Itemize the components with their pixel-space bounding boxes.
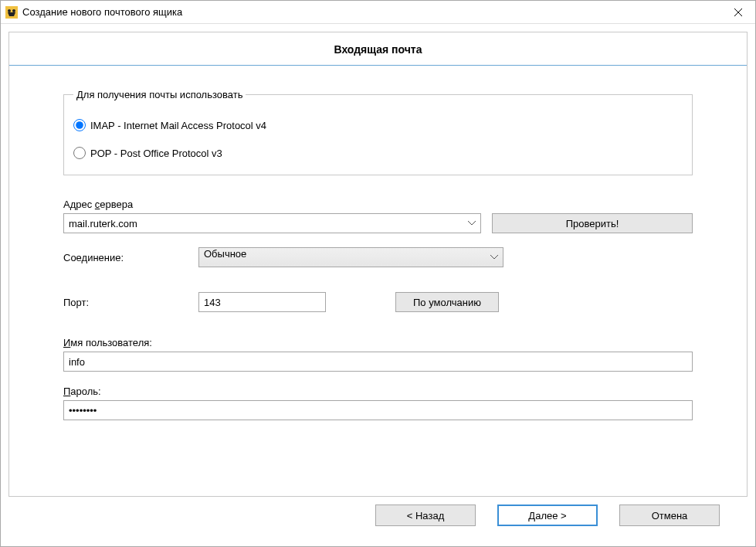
radio-imap-label: IMAP - Internet Mail Access Protocol v4 (90, 120, 266, 131)
server-input[interactable] (63, 213, 481, 233)
radio-imap[interactable]: IMAP - Internet Mail Access Protocol v4 (73, 119, 683, 131)
username-input[interactable] (63, 352, 693, 372)
port-input[interactable] (198, 292, 326, 312)
close-button[interactable] (720, 1, 755, 24)
connection-select[interactable]: Обычное (198, 247, 503, 267)
connection-row: Соединение: Обычное (63, 247, 693, 267)
cancel-button[interactable]: Отмена (619, 505, 720, 526)
content-area: Входящая почта Для получения почты испол… (1, 24, 755, 546)
port-default-button[interactable]: По умолчанию (395, 292, 499, 312)
protocol-group: Для получения почты использовать IMAP - … (63, 89, 693, 175)
radio-pop-input[interactable] (73, 147, 86, 159)
footer-buttons: < Назад Далее > Отмена (8, 497, 748, 539)
app-icon (5, 6, 18, 19)
password-section: Пароль: (63, 386, 693, 420)
next-button[interactable]: Далее > (497, 505, 598, 526)
svg-point-1 (8, 9, 11, 12)
password-label: Пароль: (63, 386, 693, 397)
svg-point-2 (12, 9, 15, 12)
radio-pop[interactable]: POP - Post Office Protocol v3 (73, 147, 683, 159)
main-panel: Входящая почта Для получения почты испол… (8, 32, 748, 497)
title-bar: Создание нового почтового ящика (1, 1, 755, 24)
protocol-legend: Для получения почты использовать (73, 89, 246, 100)
port-row: Порт: По умолчанию (63, 292, 693, 312)
username-section: Имя пользователя: (63, 337, 693, 372)
panel-title: Входящая почта (9, 32, 747, 66)
connection-label: Соединение: (63, 252, 198, 263)
server-label: Адрес сервера (63, 199, 693, 210)
check-server-button[interactable]: Проверить! (492, 213, 693, 233)
connection-select-wrap[interactable]: Обычное (198, 247, 503, 267)
password-input[interactable] (63, 400, 693, 420)
close-icon (734, 8, 742, 16)
radio-imap-input[interactable] (73, 119, 86, 131)
server-combo[interactable] (63, 213, 481, 233)
port-label: Порт: (63, 297, 198, 308)
radio-pop-label: POP - Post Office Protocol v3 (90, 148, 222, 159)
dialog-window: Создание нового почтового ящика Входящая… (0, 0, 756, 547)
server-section: Адрес сервера Проверить! (63, 199, 693, 233)
username-label: Имя пользователя: (63, 337, 693, 348)
back-button[interactable]: < Назад (375, 505, 476, 526)
form-body: Для получения почты использовать IMAP - … (9, 66, 747, 450)
window-title: Создание нового почтового ящика (22, 6, 720, 18)
